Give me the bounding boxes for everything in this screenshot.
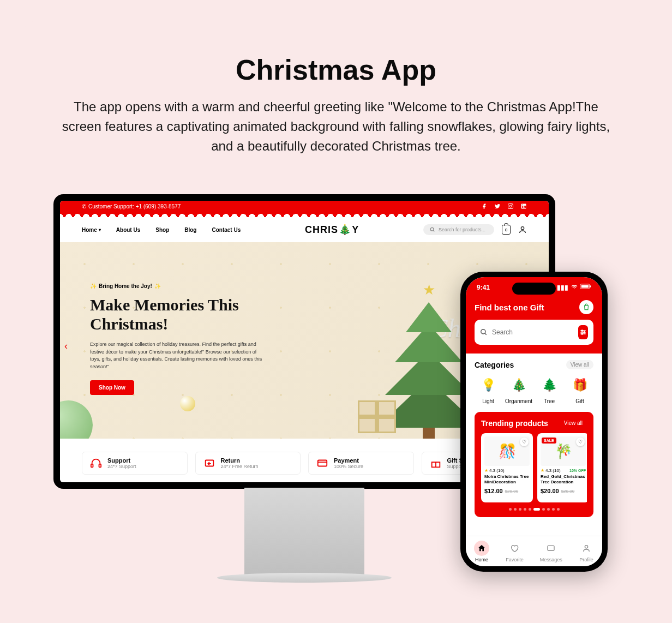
user-icon[interactable] <box>518 225 527 234</box>
heart-icon <box>507 541 522 556</box>
tab-bar: Home Favorite Messages Profile <box>466 536 602 566</box>
old-price: $20.00 <box>505 489 518 494</box>
feature-sub: 24*7 Support <box>107 464 136 469</box>
favorite-button[interactable]: ♡ <box>520 438 529 446</box>
carousel-prev-icon[interactable]: ‹ <box>64 340 68 352</box>
nav-shop[interactable]: Shop <box>155 227 169 233</box>
category-tree[interactable]: 🌲Tree <box>536 375 563 404</box>
phone-screen: 9:41 ▮▮▮ Find best one Gift <box>466 277 602 566</box>
category-light[interactable]: 💡Light <box>475 375 502 404</box>
cart-count: 0 <box>505 227 507 232</box>
favorite-button[interactable]: ♡ <box>576 438 585 446</box>
view-all-button[interactable]: View all <box>560 418 587 428</box>
svg-rect-14 <box>581 285 589 288</box>
search-input[interactable]: Search for products... <box>423 224 494 235</box>
app-header: Find best one Gift <box>466 295 602 354</box>
feature-title: Return <box>221 457 259 464</box>
categories-header: Categories View all <box>475 360 593 369</box>
svg-point-6 <box>430 227 434 231</box>
categories-title: Categories <box>475 361 514 369</box>
logo[interactable]: CHRIS 🎄 Y <box>305 224 359 236</box>
customer-support[interactable]: ✆ Customer Support: +1 (609) 393-8577 <box>82 203 181 209</box>
svg-point-8 <box>521 227 524 230</box>
feature-sub: 24*7 Free Return <box>221 464 259 469</box>
svg-rect-10 <box>99 464 101 468</box>
star-icon: ★ <box>541 468 544 473</box>
nav-about[interactable]: About Us <box>116 227 140 233</box>
logo-left: CHRIS <box>305 224 338 236</box>
nav-home[interactable]: Home▾ <box>82 227 101 233</box>
tab-profile[interactable]: Profile <box>579 541 594 562</box>
svg-point-5 <box>522 205 523 206</box>
search-icon <box>480 328 488 336</box>
sparkle-icon: ✨ <box>154 283 161 289</box>
cart-button[interactable]: 0 <box>502 225 511 235</box>
svg-point-2 <box>512 205 512 205</box>
search-icon <box>430 227 435 232</box>
gift-box <box>358 400 396 433</box>
search-field[interactable] <box>492 328 574 336</box>
ornament-ball-small <box>180 396 195 411</box>
app-title: Find best one Gift <box>475 303 544 312</box>
pagination-dots[interactable] <box>481 508 587 511</box>
search-bar[interactable] <box>475 320 593 345</box>
nav-right: Search for products... 0 <box>423 224 527 235</box>
phone-icon: ✆ <box>82 203 86 209</box>
svg-point-22 <box>584 332 585 333</box>
svg-point-1 <box>509 205 512 207</box>
showcase-card: Christmas App The app opens with a warm … <box>21 21 651 602</box>
phone-notch <box>512 283 556 295</box>
phone-frame: 9:41 ▮▮▮ Find best one Gift <box>460 272 608 572</box>
tab-messages[interactable]: Messages <box>540 541 562 562</box>
monitor-base <box>217 573 392 583</box>
svg-rect-15 <box>590 285 591 287</box>
product-name: Moira Christmas Tree MiniDecoration <box>484 474 530 486</box>
monitor-stand <box>244 488 364 575</box>
tab-home[interactable]: Home <box>474 541 489 562</box>
old-price: $20.00 <box>561 489 574 494</box>
product-card[interactable]: SALE ♡ 🎋 ★4.3 (10)10% OFF Red_Gold_Chris… <box>537 433 587 502</box>
hero-content: ✨Bring Home the Joy!✨ Make Memories This… <box>90 283 265 395</box>
nav-blog[interactable]: Blog <box>184 227 196 233</box>
product-card[interactable]: ♡ 🎊 ★4.3 (10) Moira Christmas Tree MiniD… <box>481 433 533 502</box>
topbar: ✆ Customer Support: +1 (609) 393-8577 <box>60 201 549 212</box>
svg-rect-24 <box>548 546 554 550</box>
rating: ★4.3 (10)10% OFF <box>541 468 586 473</box>
price: $12.00 <box>484 488 503 494</box>
star-icon: ★ <box>484 468 488 473</box>
logo-tree-icon: 🎄 <box>339 224 351 236</box>
linkedin-icon[interactable] <box>520 203 527 209</box>
headset-icon <box>90 457 102 469</box>
category-gift[interactable]: 🎁Gift <box>566 375 593 404</box>
feature-sub: 100% Secure <box>334 464 363 469</box>
social-links <box>481 203 527 209</box>
tab-favorite[interactable]: Favorite <box>506 541 524 562</box>
instagram-icon[interactable] <box>507 203 514 209</box>
app-body: Categories View all 💡Light 🎄Organment 🌲T… <box>466 354 602 524</box>
discount: 10% OFF <box>569 469 586 472</box>
status-icons: ▮▮▮ <box>557 284 591 291</box>
wifi-icon <box>571 284 578 291</box>
hero-tagline: ✨Bring Home the Joy!✨ <box>90 283 265 289</box>
nav-contact[interactable]: Contact Us <box>212 227 241 233</box>
view-all-button[interactable]: View all <box>566 360 593 369</box>
product-list[interactable]: ♡ 🎊 ★4.3 (10) Moira Christmas Tree MiniD… <box>481 433 587 502</box>
feature-payment: Payment100% Secure <box>308 452 414 475</box>
twitter-icon[interactable] <box>494 203 501 209</box>
trending-section: Trending products View all ♡ 🎊 ★4.3 (10)… <box>475 412 593 517</box>
return-icon <box>203 457 215 469</box>
svg-rect-4 <box>522 206 523 208</box>
shopping-bag-button[interactable] <box>579 300 593 314</box>
facebook-icon[interactable] <box>481 203 488 209</box>
category-ornament[interactable]: 🎄Organment <box>505 375 532 404</box>
navbar: Home▾ About Us Shop Blog Contact Us CHRI… <box>60 217 549 242</box>
svg-point-23 <box>581 333 583 334</box>
shop-now-button[interactable]: Shop Now <box>90 380 134 395</box>
filter-button[interactable] <box>578 325 588 339</box>
home-icon <box>474 541 489 556</box>
svg-line-17 <box>485 333 487 335</box>
category-list: 💡Light 🎄Organment 🌲Tree 🎁Gift <box>475 375 593 404</box>
product-name: Red_Gold_Christmas Tree Decoration <box>541 474 586 486</box>
battery-icon <box>580 284 591 291</box>
page-title: Christmas App <box>37 53 635 86</box>
